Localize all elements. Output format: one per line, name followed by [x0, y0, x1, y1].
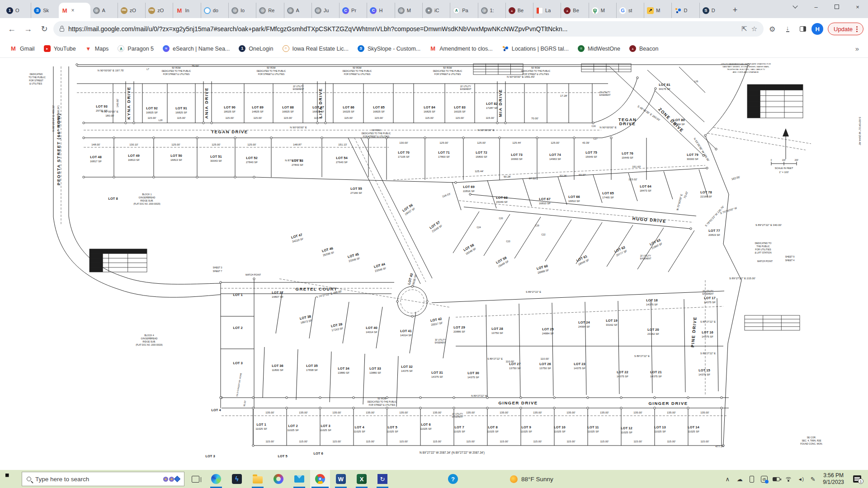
gmail-favicon: M — [176, 7, 183, 14]
map-annotation: 60' ROW — [372, 129, 381, 131]
search-highlight-flowers-icon[interactable] — [163, 477, 179, 482]
bookmark-star-icon[interactable]: ☆ — [751, 25, 757, 33]
tab-1[interactable]: SSk — [31, 3, 58, 18]
bookmark-maps[interactable]: ▼Maps — [81, 43, 113, 54]
tab-18[interactable]: ▴Be — [505, 3, 533, 18]
word-icon[interactable]: W — [331, 470, 351, 488]
tab-25[interactable]: SD — [699, 3, 727, 18]
tab-0[interactable]: 1O — [4, 3, 31, 18]
your-phone-icon[interactable] — [746, 470, 758, 488]
bookmark-midwestone[interactable]: ≡MidWestOne — [574, 43, 624, 54]
weather-widget[interactable]: 88°F Sunny — [505, 475, 559, 483]
mail-icon[interactable] — [289, 470, 309, 488]
file-explorer-icon[interactable] — [248, 470, 268, 488]
svg-text:SHEET 9: SHEET 9 — [785, 255, 795, 258]
street-label: HUGO DRIVE — [632, 216, 666, 224]
bookmark-gmail[interactable]: MGmail — [6, 43, 38, 54]
tab-search-chevron-icon[interactable] — [785, 0, 806, 14]
tab-22[interactable]: Gst — [616, 3, 644, 18]
outlook-tray-icon[interactable]: @ — [758, 470, 770, 488]
bookmarks-overflow-chevron[interactable]: » — [853, 45, 862, 52]
chrome-icon[interactable] — [310, 470, 330, 488]
side-panel-icon[interactable] — [796, 22, 810, 36]
lot-label: LOT 5 — [278, 454, 287, 458]
tab-17[interactable]: ⊕1: — [478, 3, 505, 18]
wifi-icon[interactable] — [783, 470, 794, 488]
bookmark-onelogin[interactable]: 1OneLogin — [235, 43, 277, 54]
system-tray: ∧ ☁ @ ◄) ✎ 3:56 PM 9/1/2023 1 — [722, 470, 867, 488]
svg-text:14375 SF: 14375 SF — [617, 375, 628, 378]
tab-19[interactable]: La — [533, 3, 561, 18]
tab-6[interactable]: MIn — [173, 3, 200, 18]
bookmark-amendment-to-clos[interactable]: MAmendment to clos... — [426, 43, 496, 54]
tab-12[interactable]: CPr — [339, 3, 367, 18]
bookmark-skyslope-custom[interactable]: SSkySlope - Custom... — [354, 43, 424, 54]
close-button[interactable]: × — [847, 0, 868, 14]
bookmark-label: OneLogin — [249, 46, 273, 52]
tab-active-gmail[interactable]: M× — [59, 3, 90, 18]
address-bar[interactable]: https://mail.google.com/mail/u/0/?zx=xg2… — [53, 21, 764, 37]
tab-14[interactable]: ⊕M — [395, 3, 422, 18]
profile-avatar[interactable]: H — [811, 23, 823, 35]
bookmark-youtube[interactable]: ▸YouTube — [40, 43, 80, 54]
get-help-icon[interactable]: ? — [443, 470, 463, 488]
battery-icon[interactable] — [770, 470, 782, 488]
svg-text:N 90°00'00" E: N 90°00'00" E — [290, 126, 307, 129]
share-icon[interactable]: ⇱ — [741, 25, 747, 33]
bookmark-iowa-real-estate-lic[interactable]: ⬡Iowa Real Estate Lic... — [279, 43, 352, 54]
screen-recorder-icon[interactable]: ↻ — [373, 470, 392, 488]
office-icon[interactable] — [269, 470, 288, 488]
update-button[interactable]: Update — [828, 23, 863, 35]
tab-16[interactable]: ∧Pa — [450, 3, 477, 18]
back-button[interactable]: ← — [5, 22, 19, 36]
svg-text:115.00': 115.00' — [425, 117, 434, 119]
onedrive-cloud-icon[interactable]: ☁ — [734, 470, 745, 488]
extensions-puzzle-icon[interactable]: ⚙ — [765, 22, 779, 36]
reload-button[interactable]: ↻ — [37, 22, 52, 36]
tab-close-icon[interactable]: × — [71, 7, 75, 14]
tab-4[interactable]: ONEzO — [118, 3, 145, 18]
new-tab-button[interactable]: + — [729, 4, 741, 16]
volume-icon[interactable]: ◄) — [795, 470, 807, 488]
hidden-icons-chevron[interactable]: ∧ — [722, 470, 733, 488]
tab-21[interactable]: ψM — [589, 3, 616, 18]
snagit-icon[interactable]: ϟ — [227, 470, 247, 488]
tab-15[interactable]: ●iC — [422, 3, 450, 18]
tab-7[interactable]: do — [201, 3, 228, 18]
maximize-button[interactable] — [826, 0, 847, 14]
edge-icon[interactable] — [206, 470, 226, 488]
bookmark-paragon-5[interactable]: ∧Paragon 5 — [114, 43, 157, 54]
tab-10[interactable]: ⊕A — [284, 3, 311, 18]
tab-13[interactable]: CH — [367, 3, 394, 18]
svg-text:LOT 54: LOT 54 — [336, 156, 348, 160]
taskbar-search-box[interactable]: Type here to search — [22, 472, 184, 486]
pen-icon[interactable]: ✎ — [807, 470, 819, 488]
minimize-button[interactable]: – — [806, 0, 826, 14]
excel-icon[interactable]: X — [352, 470, 372, 488]
tab-9[interactable]: ⊕Re — [256, 3, 283, 18]
svg-text:LOT 83: LOT 83 — [454, 105, 465, 109]
ringblue-favicon — [204, 7, 211, 14]
tab-23[interactable]: ↗M — [644, 3, 671, 18]
tab-5[interactable]: ONEzO — [145, 3, 173, 18]
bookmark-locations-bgrs-tal[interactable]: ⁙Locations | BGRS tal... — [498, 43, 572, 54]
forward-button[interactable]: → — [21, 22, 35, 36]
bookmark-esearch-name-sea[interactable]: ≈eSearch | Name Sea... — [159, 43, 233, 54]
tab-24[interactable]: D — [671, 3, 699, 18]
svg-text:115.00': 115.00' — [147, 117, 156, 119]
clock-widget[interactable]: 3:56 PM 9/1/2023 — [819, 472, 848, 486]
bookmark-label: Locations | BGRS tal... — [512, 46, 569, 52]
tab-label: Sk — [43, 8, 49, 13]
download-icon[interactable]: ↓ — [781, 22, 794, 36]
task-view-button[interactable] — [185, 470, 205, 488]
lot-label: LOT 5227843 SF — [246, 156, 258, 164]
tab-8[interactable]: ⊕Io — [228, 3, 256, 18]
tab-3[interactable]: ⊕A — [90, 3, 118, 18]
start-button[interactable] — [1, 470, 21, 488]
tab-20[interactable]: ▴Be — [561, 3, 588, 18]
url-text[interactable]: https://mail.google.com/mail/u/0/?zx=xg2… — [68, 25, 737, 33]
bookmark-beacon[interactable]: ▴Beacon — [626, 43, 662, 54]
notification-center-icon[interactable]: 1 — [848, 470, 866, 488]
tab-11[interactable]: ⊕Ju — [311, 3, 339, 18]
svg-text:LOT 41: LOT 41 — [400, 329, 411, 333]
